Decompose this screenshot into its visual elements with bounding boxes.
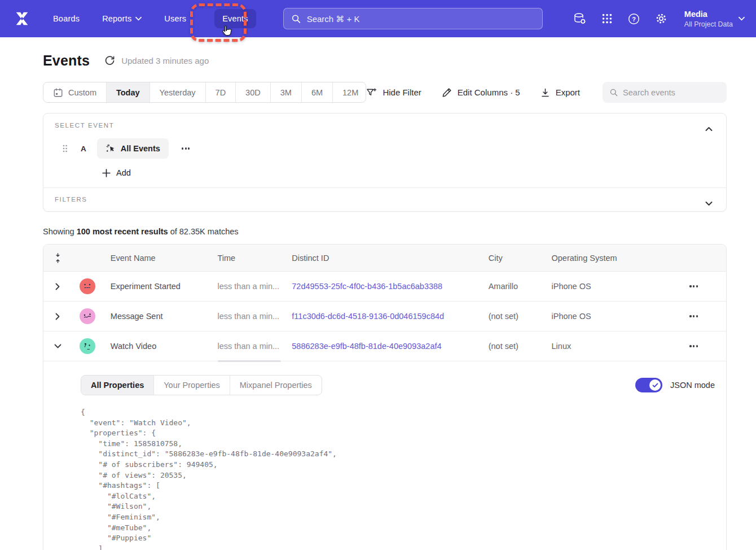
export-label: Export (556, 88, 580, 97)
global-search[interactable] (283, 8, 543, 29)
nav-item-users[interactable]: Users (156, 9, 194, 28)
date-range-yesterday-label: Yesterday (160, 88, 196, 97)
expand-filters-button[interactable] (703, 196, 715, 211)
column-header-city[interactable]: City (483, 254, 546, 263)
cell-city: Amarillo (483, 282, 546, 291)
date-range-7d[interactable]: 7D (205, 82, 236, 102)
updated-timestamp: Updated 3 minutes ago (121, 56, 209, 66)
nav-item-reports-label: Reports (102, 14, 131, 23)
table-row[interactable]: Message Sent less than a min... f11c30d6… (43, 302, 726, 331)
date-range-30d[interactable]: 30D (235, 82, 270, 102)
select-event-section: SELECT EVENT A (43, 114, 726, 187)
tab-your-properties[interactable]: Your Properties (153, 376, 229, 395)
edit-columns-button[interactable]: Edit Columns · 5 (442, 88, 520, 98)
data-management-icon[interactable] (573, 12, 587, 25)
date-range-today[interactable]: Today (106, 82, 150, 102)
row-more-options-button[interactable] (686, 312, 701, 320)
collapse-arrows-icon (54, 253, 61, 263)
refresh-button[interactable] (104, 55, 115, 66)
row-collapse-button[interactable] (51, 341, 65, 352)
cell-distinct-id-link[interactable]: 72d49553-25fc-4f0c-b436-1b5ac6ab3388 (286, 282, 482, 291)
search-events[interactable] (603, 82, 727, 103)
hide-filter-button[interactable]: Hide Filter (366, 88, 421, 98)
pencil-icon (442, 88, 452, 98)
nav-item-boards[interactable]: Boards (45, 9, 87, 28)
row-expand-button[interactable] (52, 280, 64, 294)
chevron-down-icon (739, 16, 745, 21)
date-range-12m-label: 12M (342, 88, 358, 97)
add-event-label: Add (116, 168, 131, 177)
nav-item-reports[interactable]: Reports (94, 9, 150, 28)
tab-mixpanel-properties-label: Mixpanel Properties (240, 381, 312, 390)
cell-os: iPhone OS (546, 282, 652, 291)
event-avatar (80, 308, 95, 324)
search-icon (292, 14, 301, 24)
nav-item-users-label: Users (164, 14, 186, 23)
event-avatar (80, 278, 95, 294)
collapse-section-button[interactable] (703, 121, 715, 136)
table-row[interactable]: Experiment Started less than a min... 72… (43, 272, 726, 302)
collapse-all-rows-button[interactable] (43, 253, 73, 263)
table-row-expanded[interactable]: Watch Video less than a min... 5886283e-… (43, 331, 726, 361)
event-selector-pill[interactable]: All Events (97, 138, 169, 159)
avatar-face-icon (82, 312, 93, 320)
date-range-30d-label: 30D (245, 88, 261, 97)
chevron-down-icon (135, 16, 142, 21)
date-range-3m[interactable]: 3M (270, 82, 301, 102)
detail-toolbar: All Properties Your Properties Mixpanel … (81, 375, 715, 395)
properties-tabs: All Properties Your Properties Mixpanel … (81, 375, 322, 395)
table-header-row: Event Name Time Distinct ID City Operati… (43, 245, 726, 272)
event-detail-panel: All Properties Your Properties Mixpanel … (43, 361, 726, 550)
drag-handle-icon[interactable] (62, 144, 68, 153)
avatar-face-icon (82, 282, 93, 290)
date-range-6m[interactable]: 6M (301, 82, 332, 102)
chevron-down-icon (705, 201, 713, 206)
project-selector[interactable]: Media All Project Data (684, 9, 745, 29)
events-table: Event Name Time Distinct ID City Operati… (43, 244, 727, 550)
cell-distinct-id-link[interactable]: f11c30d6-dc6d-4518-9136-0d046159c84d (286, 312, 482, 321)
mixpanel-logo[interactable] (14, 10, 30, 27)
horizontal-scrollbar-thumb[interactable] (218, 360, 281, 363)
chevron-right-icon (55, 283, 60, 290)
global-search-input[interactable] (307, 14, 534, 24)
column-header-time[interactable]: Time (212, 254, 287, 263)
hide-filter-label: Hide Filter (383, 88, 421, 97)
avatar-face-icon (82, 342, 93, 351)
cell-time: less than a min... (212, 282, 287, 291)
date-range-12m[interactable]: 12M (332, 82, 366, 102)
export-button[interactable]: Export (540, 88, 580, 98)
svg-text:?: ? (632, 15, 636, 22)
column-header-os[interactable]: Operating System (546, 254, 652, 263)
row-more-options-button[interactable] (686, 282, 701, 290)
settings-gear-icon[interactable] (654, 12, 668, 25)
row-more-options-button[interactable] (686, 342, 701, 350)
date-range-custom[interactable]: Custom (43, 82, 106, 102)
page-title: Events (43, 53, 90, 69)
event-more-options-button[interactable] (178, 144, 194, 152)
tab-mixpanel-properties[interactable]: Mixpanel Properties (230, 376, 322, 395)
cell-event-name: Watch Video (102, 342, 212, 351)
json-mode-control: JSON mode (635, 378, 715, 392)
event-query-row: A All Events (55, 138, 715, 159)
results-summary-highlight: 100 most recent results (77, 227, 168, 236)
column-header-event-name[interactable]: Event Name (102, 254, 212, 263)
apps-grid-icon[interactable] (601, 12, 613, 25)
help-icon[interactable]: ? (627, 12, 640, 25)
results-summary-prefix: Showing (43, 227, 77, 236)
query-builder-card: SELECT EVENT A (43, 113, 727, 212)
refresh-icon (104, 55, 115, 66)
add-event-button[interactable]: Add (102, 168, 131, 177)
tab-all-properties[interactable]: All Properties (81, 376, 153, 395)
date-range-yesterday[interactable]: Yesterday (150, 82, 205, 102)
json-mode-toggle[interactable] (635, 378, 662, 392)
cell-distinct-id-link[interactable]: 5886283e-e9fb-48fb-81de-40e9093a2af4 (286, 342, 482, 351)
date-range-control: Custom Today Yesterday 7D 30D 3M 6M 12M (43, 82, 366, 103)
filters-label: FILTERS (55, 196, 715, 203)
row-expand-button[interactable] (52, 309, 64, 324)
search-events-input[interactable] (623, 88, 719, 97)
controls-row: Custom Today Yesterday 7D 30D 3M 6M 12M (43, 82, 727, 103)
column-header-distinct-id[interactable]: Distinct ID (286, 254, 482, 263)
nav-item-events[interactable]: Events (214, 9, 256, 28)
date-range-custom-label: Custom (68, 88, 96, 97)
cell-city: (not set) (483, 342, 546, 351)
